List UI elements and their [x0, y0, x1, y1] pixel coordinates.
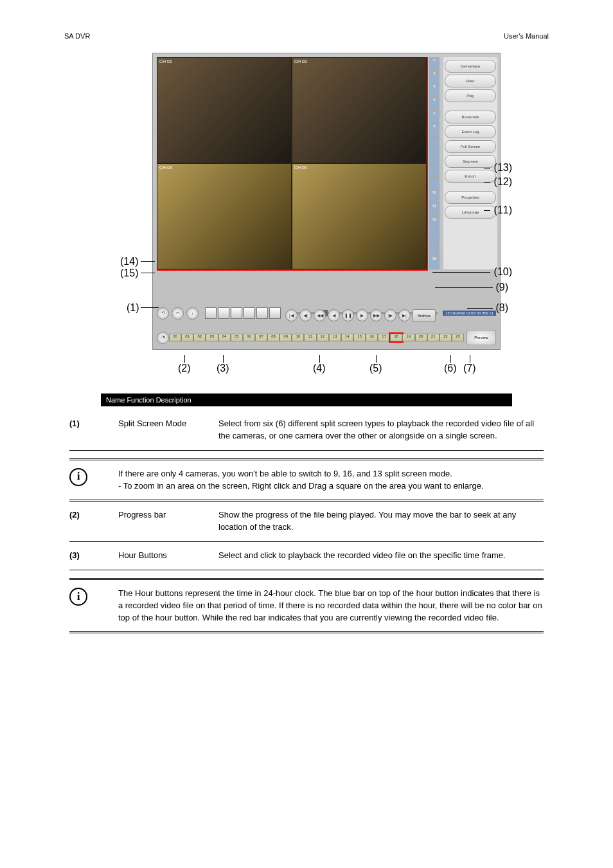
- callout-15: (15): [120, 267, 138, 279]
- hour-button[interactable]: 08: [267, 334, 280, 341]
- channel-cell[interactable]: [429, 137, 440, 150]
- forward-fast-button[interactable]: ▶▶: [370, 309, 382, 321]
- full-screen-button[interactable]: Full Screen: [445, 140, 496, 153]
- hour-button[interactable]: 11: [304, 334, 316, 341]
- split-4-button[interactable]: [218, 307, 229, 319]
- channel-cell[interactable]: 6: [429, 123, 440, 137]
- jump-start-button[interactable]: |◀: [285, 309, 298, 321]
- camera-tile: CH 03: [157, 163, 292, 269]
- segment-button[interactable]: Segment: [445, 155, 496, 168]
- channel-cell[interactable]: 5: [429, 111, 440, 124]
- export-button[interactable]: Export: [445, 170, 496, 183]
- callout-line: [376, 355, 377, 363]
- table-row: (3) Hour Buttons Select and click to pla…: [64, 546, 549, 566]
- channel-column: 1 2 3 4 5 6 10 11 12 16: [429, 57, 440, 269]
- callout-line: [435, 287, 493, 288]
- play-button[interactable]: ▶: [356, 309, 368, 321]
- prev-frame-button[interactable]: ◀|: [299, 309, 312, 321]
- callout-line: [141, 273, 155, 273]
- callout-6: (6): [444, 363, 457, 374]
- hour-button[interactable]: 21: [427, 334, 440, 341]
- rewind-fast-button[interactable]: ◀◀: [314, 309, 326, 321]
- table-row: i The Hour buttons represent the time in…: [64, 584, 549, 628]
- channel-cell[interactable]: 4: [429, 97, 440, 111]
- archive-button[interactable]: Archive: [413, 309, 436, 322]
- channel-cell[interactable]: [429, 150, 440, 163]
- hour-button[interactable]: 10: [292, 334, 304, 341]
- info-cell: i: [64, 464, 113, 496]
- split-13-button[interactable]: [269, 307, 281, 319]
- properties-button[interactable]: Properties: [445, 191, 496, 204]
- bookmark-button[interactable]: Bookmark: [445, 111, 496, 123]
- play-mode-button[interactable]: Play: [445, 89, 496, 102]
- callout-line: [184, 355, 185, 363]
- row-desc: Select and click to playback the recorde…: [213, 546, 549, 566]
- channel-cell[interactable]: 3: [429, 84, 440, 97]
- split-16-button[interactable]: [244, 307, 255, 319]
- exit-button[interactable]: ⟲: [157, 307, 169, 320]
- split-1-button[interactable]: [205, 307, 217, 319]
- pause-button[interactable]: ❚❚: [342, 309, 354, 321]
- rule: [69, 450, 544, 451]
- channel-cell[interactable]: 11: [429, 203, 440, 217]
- callout-10: (10): [494, 266, 512, 278]
- channel-cell[interactable]: 16: [429, 256, 440, 269]
- channel-cell[interactable]: [429, 177, 440, 190]
- hour-button[interactable]: 04: [218, 334, 231, 341]
- rule: [69, 578, 544, 580]
- channel-cell[interactable]: [429, 163, 440, 177]
- rule: [69, 500, 544, 502]
- filter-button[interactable]: Filter: [445, 75, 496, 87]
- calendar-button[interactable]: ◔: [157, 332, 169, 344]
- hour-button[interactable]: 16: [366, 334, 378, 341]
- event-log-button[interactable]: Event Log: [445, 125, 496, 138]
- hour-button[interactable]: 01: [181, 334, 193, 341]
- callout-line: [223, 355, 224, 363]
- row-func: Progress bar: [113, 505, 213, 538]
- playback-app-frame: CH 01 CH 02 CH 03 CH 04 1 2 3 4 5 6 10 1…: [152, 53, 501, 350]
- channel-cell[interactable]: 10: [429, 190, 440, 203]
- hour-button[interactable]: 22: [440, 334, 452, 341]
- hour-button[interactable]: 05: [231, 334, 243, 341]
- language-button[interactable]: Language: [445, 206, 496, 219]
- next-frame-button[interactable]: |▶: [384, 309, 396, 321]
- hour-button[interactable]: 09: [280, 334, 292, 341]
- jump-end-button[interactable]: ▶|: [398, 309, 411, 321]
- callout-line: [141, 307, 159, 308]
- snapshot-button[interactable]: ✂: [172, 307, 184, 320]
- row-num: (3): [64, 546, 113, 566]
- hour-button[interactable]: 02: [193, 334, 206, 341]
- hour-button[interactable]: 17: [378, 334, 390, 341]
- hour-button[interactable]: 18: [390, 334, 402, 341]
- hour-button[interactable]: 14: [341, 334, 353, 341]
- split-9-button[interactable]: [231, 307, 242, 319]
- preview-button[interactable]: Preview: [466, 330, 496, 345]
- info-icon: i: [69, 468, 87, 486]
- deinterlace-button[interactable]: Deinterlace: [445, 60, 496, 73]
- hour-button[interactable]: 00: [169, 334, 181, 341]
- split-8-button[interactable]: [256, 307, 268, 319]
- hour-button[interactable]: 15: [353, 334, 366, 341]
- hour-button[interactable]: 13: [329, 334, 341, 341]
- hour-button[interactable]: 06: [243, 334, 255, 341]
- channel-cell[interactable]: 2: [429, 71, 440, 84]
- callout-14: (14): [120, 256, 138, 267]
- hour-button[interactable]: 12: [317, 334, 329, 341]
- definitions-table: (1) Split Screen Mode Select from six (6…: [64, 414, 549, 637]
- hour-button[interactable]: 07: [255, 334, 267, 341]
- hour-button[interactable]: 03: [206, 334, 218, 341]
- hour-button[interactable]: 23: [452, 334, 464, 341]
- camera-label: CH 04: [294, 165, 307, 170]
- callout-4: (4): [313, 363, 326, 374]
- channel-cell[interactable]: [429, 243, 440, 257]
- rewind-button[interactable]: ◀: [328, 309, 340, 321]
- hour-button[interactable]: 19: [402, 334, 414, 341]
- channel-cell[interactable]: [429, 230, 440, 243]
- hour-button[interactable]: 20: [415, 334, 427, 341]
- channel-cell[interactable]: 12: [429, 217, 440, 230]
- callout-13: (13): [494, 162, 512, 174]
- callout-line: [319, 355, 320, 363]
- row-desc: If there are only 4 cameras, you won't b…: [113, 464, 549, 496]
- channel-cell[interactable]: 1: [429, 57, 440, 71]
- audio-button[interactable]: ♪: [186, 307, 199, 320]
